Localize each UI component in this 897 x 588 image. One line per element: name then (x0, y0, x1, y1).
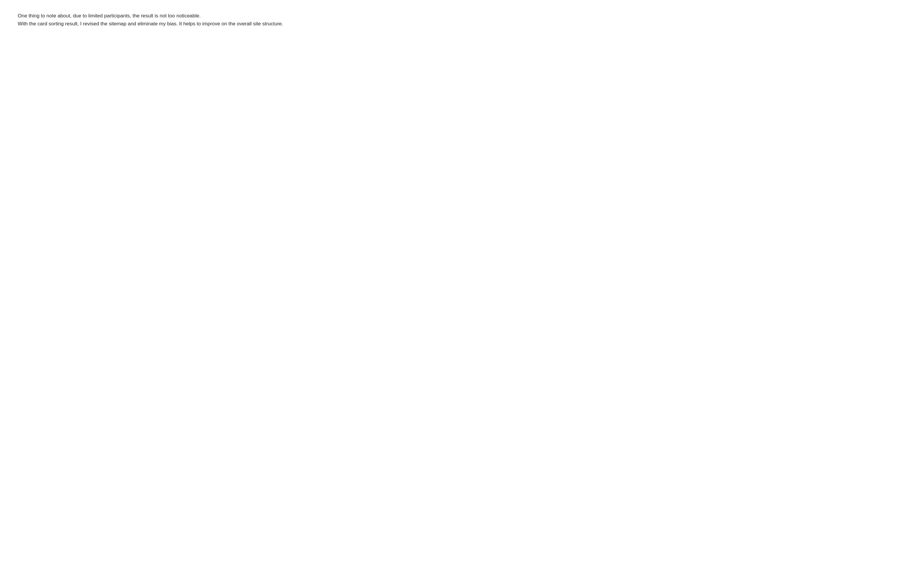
intro-text: One thing to note about, due to limited … (18, 12, 342, 28)
